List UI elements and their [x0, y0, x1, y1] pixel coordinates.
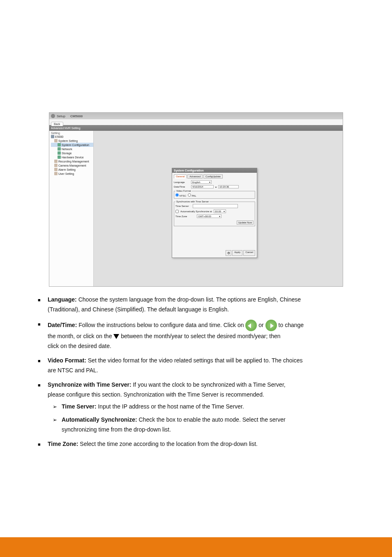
dialog-title: System Configuration — [172, 168, 257, 173]
tab-configupdate[interactable]: ConfigUpdate — [203, 174, 223, 179]
language-desc-2: (Traditional), and Chinese (Simplified).… — [48, 305, 364, 314]
setup-icon — [51, 114, 55, 118]
sync-legend: Synchronize with Time Server — [175, 200, 210, 203]
alarm-icon — [54, 168, 58, 171]
network-icon — [58, 147, 61, 151]
time-server-label: Time Server — [175, 205, 191, 207]
back-button[interactable]: Back — [51, 122, 63, 126]
timeserver-desc: Time Server: Input the IP address or the… — [62, 402, 378, 411]
sync-desc-2: please configure this section. Synchroni… — [48, 390, 364, 399]
tab-advanced-nvr[interactable]: Advanced NVR Setting — [51, 127, 81, 130]
pc-icon — [51, 135, 54, 138]
pal-input[interactable] — [188, 193, 191, 197]
config-icon — [58, 143, 61, 146]
folder-icon — [54, 139, 58, 142]
sidebar: Setting E5000 System Setting System Conf… — [49, 131, 94, 286]
language-label: Language — [174, 181, 189, 183]
tree-user[interactable]: User Setting — [51, 172, 93, 176]
auto-sync-time[interactable]: 00:00▾ — [214, 209, 226, 213]
back-bar: Back — [49, 119, 343, 125]
auto-sync-checkbox[interactable] — [175, 210, 179, 213]
datetime-desc-2: the month, or click on the between the m… — [48, 332, 364, 341]
video-format-legend: Video Format — [175, 190, 192, 192]
bullet-icon: ■ — [38, 297, 41, 302]
tab-bar: Advanced NVR Setting — [49, 125, 343, 131]
cancel-button[interactable]: Cancel — [243, 250, 255, 256]
app-titlebar: Setup CM5000 — [49, 113, 343, 119]
app-logo: CM5000 — [70, 114, 83, 118]
tree-camera[interactable]: Camera Management — [51, 163, 93, 167]
bullet-icon: ■ — [38, 358, 41, 363]
dialog-tabs: General Advanced ConfigUpdate — [174, 174, 255, 179]
tab-general[interactable]: General — [174, 174, 187, 179]
cam-icon — [54, 164, 58, 167]
time-input[interactable]: 10:20:36 — [218, 185, 239, 188]
chevron-down-icon: ▾ — [215, 186, 217, 188]
tree-system-config[interactable]: System Configuration — [51, 143, 93, 147]
language-desc: Language: Choose the system language fro… — [48, 295, 364, 304]
videoformat-desc: Video Format: Set the video format for t… — [48, 356, 364, 365]
datetime-desc-3: click on the desired date. — [48, 342, 364, 351]
system-config-dialog: System Configuration General Advanced Co… — [172, 168, 257, 258]
video-format-fieldset: Video Format NTSC PAL — [174, 190, 255, 199]
apply-button[interactable]: Apply — [232, 250, 242, 256]
bullet-icon: ■ — [38, 383, 41, 388]
arrow-left-icon — [245, 320, 257, 331]
language-select[interactable]: English▾ — [191, 180, 212, 184]
autosync-desc-2: synchronizing time from the drop-down li… — [62, 425, 378, 434]
settings-icon-button[interactable]: ⚙ — [226, 250, 231, 256]
time-server-input[interactable] — [193, 204, 238, 208]
triangle-down-icon — [113, 334, 119, 339]
arrow-right-icon — [265, 320, 277, 331]
tree-recording[interactable]: Recording Management — [51, 159, 93, 163]
datetime-desc: Date/Time: Follow the instructions below… — [48, 320, 364, 331]
storage-icon — [58, 151, 61, 155]
datetime-label: Date/Time — [174, 186, 189, 188]
bullet-icon: ■ — [38, 322, 41, 327]
ntsc-radio[interactable]: NTSC — [175, 193, 186, 197]
autosync-desc: Automatically Synchronize: Check the box… — [62, 415, 378, 425]
sync-fieldset: Synchronize with Time Server Time Server… — [174, 200, 255, 226]
tree: E5000 System Setting System Configuratio… — [49, 135, 93, 176]
tree-system-setting[interactable]: System Setting — [51, 139, 93, 143]
videoformat-desc-2: are NTSC and PAL. — [48, 366, 364, 375]
pal-radio[interactable]: PAL — [188, 193, 196, 197]
timezone-desc: Time Zone: Select the time zone accordin… — [48, 440, 364, 449]
sub-bullet-icon: ➢ — [53, 404, 57, 410]
update-now-button[interactable]: Update Now — [237, 220, 254, 225]
ntsc-input[interactable] — [175, 193, 179, 197]
date-input[interactable]: 4/16/2014 — [191, 185, 214, 188]
sub-bullet-icon: ➢ — [53, 417, 57, 423]
user-icon — [54, 172, 58, 175]
chevron-down-icon: ▾ — [209, 181, 210, 183]
auto-sync-label: Automatically Synchronize at — [180, 210, 212, 213]
tree-alarm[interactable]: Alarm Setting — [51, 167, 93, 172]
bullet-icon: ■ — [38, 442, 41, 447]
setup-label: Setup — [57, 114, 65, 118]
tree-network[interactable]: Network — [51, 147, 93, 151]
tree-hardware[interactable]: Hardware Device — [51, 155, 93, 159]
time-zone-label: Time Zone — [175, 215, 191, 218]
chevron-down-icon: ▾ — [219, 215, 220, 218]
app-screenshot: Setup CM5000 Back Advanced NVR Setting S… — [49, 112, 343, 287]
sidebar-label: Setting — [49, 132, 93, 135]
hardware-icon — [58, 155, 61, 159]
tree-root[interactable]: E5000 — [51, 135, 93, 139]
main-area: System Configuration General Advanced Co… — [94, 131, 343, 286]
tree-storage[interactable]: Storage — [51, 151, 93, 155]
rec-icon — [54, 160, 58, 163]
tab-advanced[interactable]: Advanced — [187, 174, 203, 179]
time-zone-select[interactable]: GMT+08:00▾ — [197, 214, 221, 218]
sync-desc: Synchronize with Time Server: If you wan… — [48, 381, 364, 390]
page-footer — [0, 537, 392, 557]
dialog-button-row: ⚙ Apply Cancel — [174, 250, 255, 256]
chevron-down-icon: ▾ — [224, 210, 225, 213]
